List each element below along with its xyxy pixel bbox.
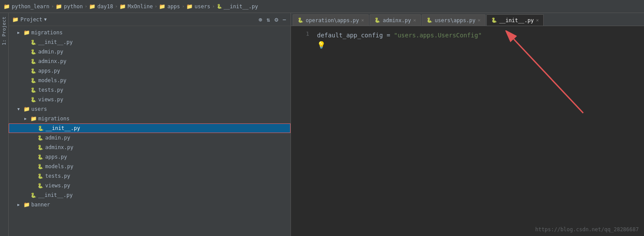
folder-icon: 📁 [23, 29, 30, 36]
tab-users-apps[interactable]: 🐍 users\apps.py ✕ [422, 14, 485, 26]
tab-close-button[interactable]: ✕ [413, 17, 416, 23]
py-file-icon: 🐍 [30, 86, 37, 93]
folder-icon: 📁 [89, 3, 96, 10]
folder-icon: 📁 [23, 106, 30, 113]
py-icon: 🐍 [217, 4, 222, 9]
tab-close-button[interactable]: ✕ [536, 17, 539, 23]
py-file-icon: 🐍 [37, 173, 44, 179]
tree-item-banner[interactable]: 📁 banner [9, 200, 291, 209]
tree-label: models.py [38, 77, 66, 83]
editor-content[interactable]: 1 default_app_config = "users.apps.Users… [291, 26, 644, 236]
breadcrumb-label: __init__.py [224, 3, 258, 10]
tree-item-init-root[interactable]: 🐍 __init__.py [9, 190, 291, 200]
watermark: https://blog.csdn.net/qq_28286687 [535, 226, 639, 233]
breadcrumb-sep: › [182, 3, 185, 9]
py-file-icon: 🐍 [30, 48, 37, 55]
tab-adminx[interactable]: 🐍 adminx.py ✕ [370, 14, 421, 26]
arrow-icon [17, 30, 22, 35]
tree-item-adminx-top[interactable]: 🐍 adminx.py [9, 57, 291, 66]
tree-label: banner [31, 202, 50, 208]
py-file-icon: 🐍 [30, 192, 37, 199]
close-sidebar-button[interactable]: − [282, 15, 287, 24]
tree-item-models-users[interactable]: 🐍 models.py [9, 162, 291, 171]
py-file-icon: 🐍 [37, 134, 44, 141]
tree-item-views-users[interactable]: 🐍 views.py [9, 181, 291, 190]
breadcrumb-label: day18 [97, 3, 113, 10]
tree-label: views.py [45, 183, 70, 189]
add-file-button[interactable]: ⊕ [258, 15, 263, 24]
tree-item-apps-users[interactable]: 🐍 apps.py [9, 152, 291, 162]
tree-item-views-top[interactable]: 🐍 views.py [9, 95, 291, 104]
tree-label: users [31, 106, 47, 112]
breadcrumb-item-python[interactable]: 📁 python [56, 3, 83, 10]
py-tab-icon: 🐍 [426, 17, 433, 23]
folder-icon: 📁 [30, 115, 37, 122]
vertical-label: 1: Project [1, 17, 7, 45]
dropdown-icon[interactable]: ▼ [44, 17, 47, 22]
folder-icon: 📁 [56, 3, 62, 10]
tree-item-models-top[interactable]: 🐍 models.py [9, 76, 291, 85]
breadcrumb-item-users[interactable]: 📁 users [186, 3, 210, 10]
py-file-icon: 🐍 [30, 67, 37, 74]
folder-icon: 📁 [159, 3, 165, 10]
folder-icon: 📁 [3, 3, 10, 10]
breadcrumb-label: users [195, 3, 210, 10]
sidebar-actions: ⊕ ⇅ ⚙ − [258, 15, 287, 24]
tree-label: tests.py [45, 173, 70, 179]
tree-item-tests-users[interactable]: 🐍 tests.py [9, 171, 291, 181]
tab-operation-apps[interactable]: 🐍 operation\apps.py ✕ [293, 14, 369, 26]
tree-label: migrations [31, 30, 63, 36]
py-file-icon: 🐍 [37, 153, 44, 160]
tree-item-migrations-users[interactable]: 📁 migrations [9, 114, 291, 123]
py-file-icon: 🐍 [30, 77, 37, 84]
tree-item-init-top[interactable]: 🐍 __init__.py [9, 37, 291, 47]
tree-label: __init__.py [46, 125, 80, 131]
arrow-icon [17, 203, 22, 207]
breadcrumb-item-mxonline[interactable]: 📁 MxOnline [119, 3, 153, 10]
tree-label: __init__.py [38, 192, 73, 198]
tab-label: operation\apps.py [306, 17, 359, 23]
tree-item-adminx-users[interactable]: 🐍 adminx.py [9, 143, 291, 152]
py-file-icon: 🐍 [30, 96, 37, 103]
folder-icon: 📁 [119, 3, 126, 10]
tab-label: __init__.py [499, 17, 534, 23]
breadcrumb-sep: › [51, 3, 54, 9]
tree-item-init-users[interactable]: 🐍 __init__.py [9, 123, 291, 133]
breadcrumb-sep: › [85, 3, 88, 9]
tab-close-button[interactable]: ✕ [478, 17, 481, 23]
project-title-text: Project [20, 17, 43, 23]
tree-label: apps.py [38, 68, 60, 74]
arrow-icon [24, 116, 29, 121]
sidebar-title: 📁 Project ▼ [12, 17, 47, 23]
line-number-1: 1 [294, 30, 309, 37]
breadcrumb-item-init[interactable]: 🐍 __init__.py [217, 3, 258, 10]
py-file-icon: 🐍 [37, 144, 44, 151]
tree-label: tests.py [38, 87, 63, 93]
tree-item-tests-top[interactable]: 🐍 tests.py [9, 85, 291, 95]
breadcrumb-item-apps[interactable]: 📁 apps [159, 3, 180, 10]
code-area[interactable]: default_app_config = "users.apps.UsersCo… [313, 26, 644, 236]
tree-item-users[interactable]: 📁 users [9, 104, 291, 114]
settings-button[interactable]: ⚙ [274, 15, 279, 24]
py-file-icon: 🐍 [30, 39, 37, 46]
code-operator: = [383, 32, 394, 39]
collapse-all-button[interactable]: ⇅ [266, 15, 271, 24]
tab-label: adminx.py [383, 17, 411, 23]
editor-area: 🐍 operation\apps.py ✕ 🐍 adminx.py ✕ 🐍 us… [291, 13, 644, 236]
tab-bar: 🐍 operation\apps.py ✕ 🐍 adminx.py ✕ 🐍 us… [291, 13, 644, 26]
breadcrumb-label: python_learn [12, 3, 50, 10]
py-tab-icon: 🐍 [491, 17, 497, 23]
tab-init-py[interactable]: 🐍 __init__.py ✕ [486, 14, 544, 26]
tree-item-admin-users[interactable]: 🐍 admin.py [9, 133, 291, 143]
tree-label: adminx.py [45, 144, 73, 150]
py-tab-icon: 🐍 [297, 17, 304, 23]
breadcrumb-item-day18[interactable]: 📁 day18 [89, 3, 113, 10]
tree-item-admin-top[interactable]: 🐍 admin.py [9, 47, 291, 57]
tree-item-apps-top[interactable]: 🐍 apps.py [9, 66, 291, 76]
tree-label: apps.py [45, 154, 67, 160]
tree-item-migrations-top[interactable]: 📁 migrations [9, 28, 291, 37]
tab-close-button[interactable]: ✕ [361, 17, 364, 23]
breadcrumb-item-python-learn[interactable]: 📁 python_learn [3, 3, 50, 10]
breadcrumb-bar: 📁 python_learn › 📁 python › 📁 day18 › 📁 … [0, 0, 644, 13]
tab-label: users\apps.py [435, 17, 476, 23]
